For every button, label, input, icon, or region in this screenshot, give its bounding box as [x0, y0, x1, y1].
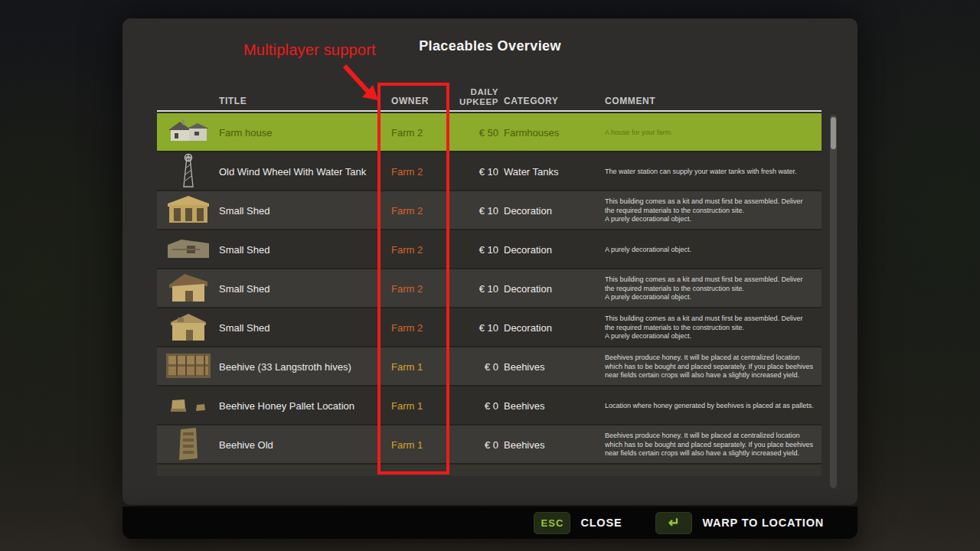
table-row-partial — [157, 465, 822, 476]
category-value: Decoration — [504, 322, 605, 334]
table-body: Farm house Farm 2 € 50 Farmhouses A hous… — [157, 113, 822, 465]
upkeep-value: € 0 — [460, 439, 498, 451]
warp-to-location-action[interactable]: ↵ WARP TO LOCATION — [655, 512, 824, 534]
column-header-category: CATEGORY — [504, 96, 605, 110]
dialog-panel: Placeables Overview TITLE OWNER DAILY UP… — [122, 18, 858, 505]
placeable-title: Beehive (33 Langstroth hives) — [219, 361, 391, 373]
upkeep-value: € 10 — [460, 322, 498, 334]
table-header: TITLE OWNER DAILY UPKEEP CATEGORY COMMEN… — [157, 86, 822, 112]
comment-text: A purely decorational object. — [605, 246, 822, 255]
table-row[interactable]: Small Shed Farm 2 € 10 Decoration This b… — [157, 191, 822, 230]
return-arrow-icon: ↵ — [668, 514, 680, 531]
category-value: Farmhouses — [504, 127, 605, 139]
upkeep-value: € 10 — [460, 244, 498, 256]
table-row[interactable]: Old Wind Wheel With Water Tank Farm 2 € … — [157, 152, 822, 191]
comment-text: The water station can supply your water … — [605, 168, 822, 177]
placeable-title: Beehive Honey Pallet Location — [219, 400, 391, 412]
owner-value: Farm 2 — [391, 283, 460, 295]
comment-text: Location where honey generated by beehiv… — [605, 402, 822, 411]
shed-frame-icon — [166, 194, 211, 227]
comment-text: This building comes as a kit and must fi… — [605, 197, 822, 224]
placeable-title: Small Shed — [219, 244, 391, 256]
table-row[interactable]: Small Shed Farm 2 € 10 Decoration A pure… — [157, 230, 822, 269]
placeable-title: Small Shed — [219, 205, 391, 217]
warp-to-location-label: WARP TO LOCATION — [702, 517, 824, 529]
owner-value: Farm 1 — [391, 361, 460, 373]
close-label: CLOSE — [580, 517, 622, 529]
scrollbar-thumb[interactable] — [831, 117, 836, 149]
table-row[interactable]: Beehive Honey Pallet Location Farm 1 € 0… — [157, 386, 822, 425]
comment-text: This building comes as a kit and must fi… — [605, 315, 822, 341]
table-row[interactable]: Small Shed Farm 2 € 10 Decoration This b… — [157, 308, 822, 347]
owner-value: Farm 1 — [391, 400, 460, 412]
honey-pallet-icon — [166, 396, 211, 416]
barn-roof-icon — [168, 272, 209, 305]
comment-text: This building comes as a kit and must fi… — [605, 276, 822, 302]
table-row[interactable]: Farm house Farm 2 € 50 Farmhouses A hous… — [157, 113, 822, 152]
scrollbar[interactable] — [830, 115, 837, 488]
upkeep-value: € 0 — [460, 400, 498, 412]
placeable-title: Old Wind Wheel With Water Tank — [219, 166, 391, 178]
comment-text: Beehives produce honey. It will be place… — [605, 432, 822, 458]
table-row[interactable]: Small Shed Farm 2 € 10 Decoration This b… — [157, 269, 822, 308]
upkeep-value: € 0 — [460, 361, 498, 373]
upkeep-value: € 10 — [460, 205, 498, 217]
placeable-title: Small Shed — [219, 283, 391, 295]
close-action[interactable]: ESC CLOSE — [534, 512, 622, 534]
placeable-title: Small Shed — [219, 322, 391, 334]
owner-value: Farm 2 — [391, 205, 460, 217]
column-header-owner: OWNER — [391, 96, 460, 110]
upkeep-value: € 10 — [460, 283, 498, 295]
upkeep-value: € 10 — [460, 166, 498, 178]
upkeep-value: € 50 — [460, 127, 498, 139]
owner-value: Farm 2 — [391, 322, 460, 334]
column-header-upkeep: DAILY UPKEEP — [460, 87, 498, 110]
placeable-title: Beehive Old — [219, 439, 391, 451]
barn-tan-icon — [168, 311, 209, 344]
column-header-comment: COMMENT — [605, 96, 822, 110]
column-header-title: TITLE — [219, 96, 391, 110]
table-row[interactable]: Beehive (33 Langstroth hives) Farm 1 € 0… — [157, 347, 822, 386]
return-key-badge: ↵ — [655, 512, 692, 534]
owner-value: Farm 2 — [391, 127, 460, 139]
column-header-icon — [157, 106, 219, 110]
page-title: Placeables Overview — [122, 38, 858, 54]
category-value: Decoration — [504, 244, 605, 256]
shed-gray-icon — [166, 237, 211, 262]
category-value: Beehives — [504, 400, 605, 412]
owner-value: Farm 1 — [391, 439, 460, 451]
wind-wheel-icon — [180, 153, 197, 191]
beehive-old-icon — [176, 426, 201, 464]
placeables-table: TITLE OWNER DAILY UPKEEP CATEGORY COMMEN… — [157, 86, 822, 476]
category-value: Beehives — [504, 361, 605, 373]
farmhouse-icon — [166, 119, 211, 147]
placeable-title: Farm house — [219, 127, 391, 139]
esc-key-badge: ESC — [534, 512, 570, 534]
footer-bar: ESC CLOSE ↵ WARP TO LOCATION — [122, 507, 858, 539]
owner-value: Farm 2 — [391, 166, 460, 178]
category-value: Decoration — [504, 283, 605, 295]
category-value: Water Tanks — [504, 166, 605, 178]
category-value: Beehives — [504, 439, 605, 451]
table-row[interactable]: Beehive Old Farm 1 € 0 Beehives Beehives… — [157, 425, 822, 465]
owner-value: Farm 2 — [391, 244, 460, 256]
beehive-rack-icon — [165, 352, 212, 382]
comment-text: Beehives produce honey. It will be place… — [605, 354, 822, 380]
comment-text: A house for your farm. — [605, 129, 822, 138]
category-value: Decoration — [504, 205, 605, 217]
